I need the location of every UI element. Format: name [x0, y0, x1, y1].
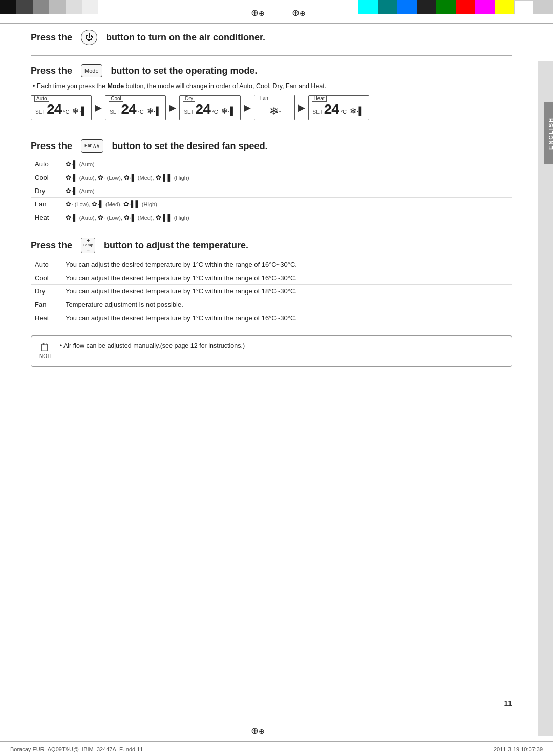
note-label: NOTE	[39, 353, 54, 359]
fan-speeds-heat: ✿·▌(Auto), ✿·(Low), ✿·▌(Med), ✿·▌▌(High)	[61, 211, 512, 224]
mode-display-heat: Heat SET 24 °C ❄·▌	[308, 95, 369, 120]
arrow-3: ▶	[244, 102, 251, 113]
mode-display-cool: Cool SET 24 °C ❄·▌	[105, 95, 166, 120]
mode-display-auto: Auto SET 24 °C ❄·▌	[31, 95, 92, 120]
set-label-dry: SET	[184, 109, 194, 115]
fan-row-heat: Heat ✿·▌(Auto), ✿·(Low), ✿·▌(Med), ✿·▌▌(…	[31, 211, 512, 224]
fan-icon-auto: ❄·▌	[72, 106, 87, 116]
mode-bullet-text: • Each time you press the Mode button, t…	[31, 82, 512, 90]
temp-unit-heat: °C	[341, 109, 347, 115]
fan-mode-dry: Dry	[31, 184, 61, 198]
note-icon-area: 🗒 NOTE	[39, 342, 54, 360]
english-tab-label: ENGLISH	[548, 117, 553, 150]
fan-section-header: Press the Fan ∧ ∨ button to set the desi…	[31, 139, 512, 153]
temp-unit-cool: °C	[137, 109, 143, 115]
temp-num-heat: 24	[324, 102, 339, 118]
bottom-bar: Boracay EUR_AQ09T&U@_IBIM_32447A_E.indd …	[0, 742, 553, 756]
fan-speeds-dry: ✿·▌(Auto)	[61, 184, 512, 198]
note-box: 🗒 NOTE • Air flow can be adjusted manual…	[31, 335, 512, 367]
temp-row-dry: Dry You can adjust the desired temperatu…	[31, 285, 512, 298]
arrow-4: ▶	[298, 102, 305, 113]
temp-row-fan: Fan Temperature adjustment is not possib…	[31, 298, 512, 311]
print-color-bar-left	[0, 0, 102, 14]
temp-row-auto: Auto You can adjust the desired temperat…	[31, 258, 512, 271]
fan-button-label: button to set the desired fan speed.	[112, 141, 268, 152]
temp-button-label: button to adjust the temperature.	[104, 240, 248, 251]
mode-button-icon[interactable]: Mode	[81, 64, 102, 77]
top-rule	[0, 23, 553, 24]
temp-word: Temp	[83, 243, 94, 248]
section-fan: Press the Fan ∧ ∨ button to set the desi…	[31, 131, 512, 229]
fan-button-icon[interactable]: Fan ∧ ∨	[81, 139, 103, 153]
arrow-2: ▶	[169, 102, 176, 113]
temp-desc-auto: You can adjust the desired temperature b…	[61, 258, 512, 271]
page-number: 11	[504, 699, 512, 707]
temp-mode-dry: Dry	[31, 285, 61, 298]
note-content: • Air flow can be adjusted manually.(see…	[60, 342, 245, 349]
set-label-auto: SET	[35, 109, 45, 115]
temp-unit-dry: °C	[211, 109, 218, 115]
mode-display-fan: Fan ❄·	[254, 95, 295, 120]
press-the-fan: Press the	[31, 141, 72, 152]
fan-speeds-cool: ✿·▌(Auto), ✿·(Low), ✿·▌(Med), ✿·▌▌(High)	[61, 171, 512, 184]
temp-desc-cool: You can adjust the desired temperature b…	[61, 271, 512, 285]
press-the-power: Press the	[31, 32, 72, 43]
mode-button-label: button to set the operating mode.	[111, 66, 258, 76]
fan-mode-heat: Heat	[31, 211, 61, 224]
temp-desc-dry: You can adjust the desired temperature b…	[61, 285, 512, 298]
fan-row-fan: Fan ✿·(Low), ✿·▌(Med), ✿·▌▌(High)	[31, 198, 512, 211]
power-button-icon[interactable]: ⏻	[81, 30, 97, 45]
fan-row-cool: Cool ✿·▌(Auto), ✿·(Low), ✿·▌(Med), ✿·▌▌(…	[31, 171, 512, 184]
temp-table: Auto You can adjust the desired temperat…	[31, 258, 512, 324]
print-color-bar-right	[358, 0, 553, 14]
temp-plus: +	[87, 238, 90, 243]
temp-mode-heat: Heat	[31, 311, 61, 325]
temp-desc-fan: Temperature adjustment is not possible.	[61, 298, 512, 311]
temp-mode-auto: Auto	[31, 258, 61, 271]
fan-speeds-auto: ✿·▌ (Auto)	[61, 158, 512, 171]
note-text: Air flow can be adjusted manually.(see p…	[63, 342, 245, 349]
mode-section-header: Press the Mode button to set the operati…	[31, 64, 512, 77]
temp-row-cool: Cool You can adjust the desired temperat…	[31, 271, 512, 285]
power-button-label: button to turn on the air conditioner.	[106, 32, 265, 43]
bottom-file: Boracay EUR_AQ09T&U@_IBIM_32447A_E.indd …	[10, 746, 143, 752]
mode-label-dry: Dry	[183, 95, 195, 102]
reg-crosshair-top-right: ⊕	[292, 7, 302, 17]
set-label-heat: SET	[313, 109, 323, 115]
temp-mode-cool: Cool	[31, 271, 61, 285]
mode-display-dry: Dry SET 24 °C ❄·▌	[179, 95, 240, 120]
mode-label-heat: Heat	[312, 95, 327, 102]
press-the-temp: Press the	[31, 240, 72, 251]
fan-icon-dry: ❄·▌	[221, 106, 236, 116]
temp-num-dry: 24	[195, 102, 210, 118]
mode-label-fan: Fan	[258, 95, 270, 101]
arrow-1: ▶	[95, 102, 102, 113]
fan-row-dry: Dry ✿·▌(Auto)	[31, 184, 512, 198]
fan-icon-fan: ❄·	[269, 104, 282, 118]
fan-mode-auto: Auto	[31, 158, 61, 171]
fan-speeds-fan: ✿·(Low), ✿·▌(Med), ✿·▌▌(High)	[61, 198, 512, 211]
english-tab: ENGLISH	[544, 102, 553, 164]
temp-mode-fan: Fan	[31, 298, 61, 311]
temp-row-heat: Heat You can adjust the desired temperat…	[31, 311, 512, 325]
fan-icon-heat: ❄·▌	[350, 106, 365, 116]
bottom-date: 2011-3-19 10:07:39	[494, 746, 543, 752]
press-the-mode: Press the	[31, 66, 72, 76]
note-document-icon: 🗒	[39, 341, 51, 354]
fan-mode-fan: Fan	[31, 198, 61, 211]
fan-sym-auto: ✿·▌	[66, 160, 78, 168]
fan-speed-table: Auto ✿·▌ (Auto) Cool ✿·▌(Auto), ✿·(Low),	[31, 158, 512, 224]
temp-num-cool: 24	[121, 102, 136, 118]
fan-icon-cool: ❄·▌	[147, 106, 162, 116]
temp-desc-heat: You can adjust the desired temperature b…	[61, 311, 512, 325]
temp-section-header: Press the + Temp – button to adjust the …	[31, 238, 512, 253]
temp-unit-auto: °C	[63, 109, 69, 115]
mode-displays-row: Auto SET 24 °C ❄·▌ ▶ Cool SET 24 °C ❄·▌	[31, 95, 512, 120]
temp-minus: –	[87, 247, 90, 253]
section-mode: Press the Mode button to set the operati…	[31, 55, 512, 131]
section-temp: Press the + Temp – button to adjust the …	[31, 229, 512, 329]
temp-num-auto: 24	[46, 102, 61, 118]
main-content: Press the ⏻ button to turn on the air co…	[31, 26, 512, 736]
temp-button-icon[interactable]: + Temp –	[81, 238, 95, 253]
section-power: Press the ⏻ button to turn on the air co…	[31, 26, 512, 55]
